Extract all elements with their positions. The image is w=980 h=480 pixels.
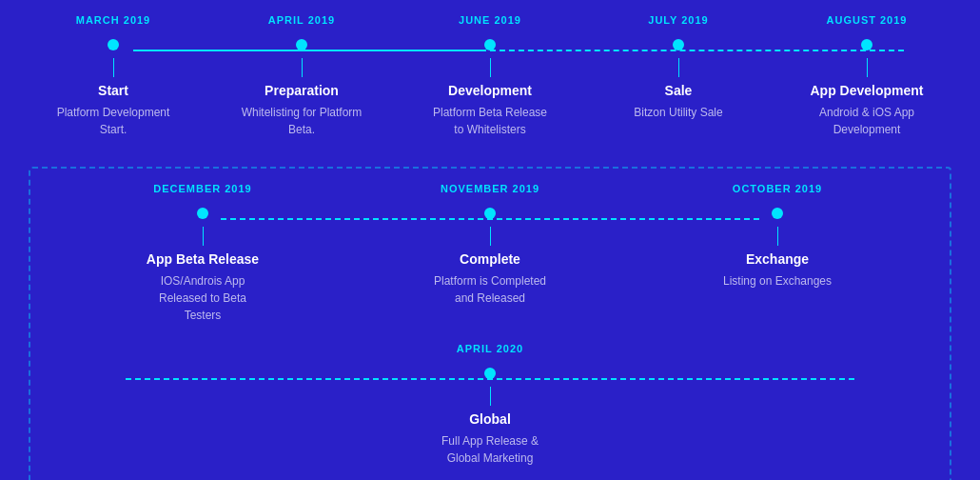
node-dot: [296, 39, 307, 50]
node-connector: [490, 387, 491, 406]
milestone-december-2019: DECEMBER 2019 App Beta Release IOS/Andro…: [108, 183, 298, 324]
date-label: APRIL 2019: [268, 14, 335, 26]
node-desc: Bitzon Utility Sale: [634, 104, 722, 121]
node-dot: [772, 208, 783, 219]
node-title: App Development: [810, 83, 923, 98]
date-label: NOVEMBER 2019: [441, 183, 539, 194]
node-title: Sale: [665, 83, 693, 98]
node-desc: Platform Beta Release to Whitelisters: [428, 104, 552, 138]
node-desc: IOS/Androis App Released to Beta Testers: [141, 272, 265, 324]
node-title: Complete: [460, 251, 520, 267]
node-connector: [113, 58, 114, 77]
rows2-3-box: DECEMBER 2019 App Beta Release IOS/Andro…: [29, 167, 951, 480]
node-connector: [490, 227, 491, 246]
milestone-june-2019: JUNE 2019 Development Platform Beta Rele…: [404, 14, 576, 138]
node-dot: [861, 39, 872, 50]
date-label: OCTOBER 2019: [733, 183, 822, 194]
date-label: MARCH 2019: [76, 14, 150, 26]
node-dot: [197, 208, 208, 219]
date-label: JUNE 2019: [459, 14, 521, 26]
node-connector: [678, 58, 679, 77]
date-label: APRIL 2020: [457, 343, 523, 354]
node-desc: Android & iOS App Development: [805, 104, 929, 138]
node-dot: [673, 39, 684, 50]
milestone-april-2020: APRIL 2020 Global Full App Release & Glo…: [395, 343, 585, 467]
node-title: Exchange: [746, 251, 809, 267]
node-desc: Platform Development Start.: [51, 104, 175, 138]
node-desc: Full App Release & Global Marketing: [428, 432, 552, 467]
node-dot: [108, 39, 119, 50]
milestone-july-2019: JULY 2019 Sale Bitzon Utility Sale: [593, 14, 764, 138]
row2: DECEMBER 2019 App Beta Release IOS/Andro…: [30, 169, 950, 333]
node-connector: [203, 227, 204, 246]
milestone-march-2019: MARCH 2019 Start Platform Development St…: [28, 14, 199, 138]
node-desc: Platform is Completed and Released: [428, 272, 552, 307]
node-title: App Beta Release: [147, 251, 259, 267]
date-label: AUGUST 2019: [827, 14, 908, 26]
milestone-april-2019: APRIL 2019 Preparation Whitelisting for …: [216, 14, 387, 138]
node-title: Start: [98, 83, 128, 98]
row1: MARCH 2019 Start Platform Development St…: [0, 14, 980, 138]
node-desc: Listing on Exchanges: [723, 272, 832, 290]
node-dot: [484, 39, 496, 50]
node-dot: [484, 368, 496, 379]
node-title: Global: [469, 411, 511, 427]
milestone-october-2019: OCTOBER 2019 Exchange Listing on Exchang…: [682, 183, 872, 324]
date-label: JULY 2019: [648, 14, 708, 26]
node-title: Preparation: [265, 83, 339, 98]
node-connector: [490, 58, 491, 77]
milestone-august-2019: AUGUST 2019 App Development Android & iO…: [781, 14, 952, 138]
row3: APRIL 2020 Global Full App Release & Glo…: [30, 333, 950, 476]
node-desc: Whitelisting for Platform Beta.: [240, 104, 363, 138]
node-connector: [302, 58, 303, 77]
node-connector: [867, 58, 868, 77]
date-label: DECEMBER 2019: [153, 183, 251, 194]
roadmap-container: MARCH 2019 Start Platform Development St…: [0, 0, 980, 480]
node-dot: [484, 208, 496, 219]
node-connector: [777, 227, 778, 246]
node-title: Development: [448, 83, 532, 98]
milestone-november-2019: NOVEMBER 2019 Complete Platform is Compl…: [395, 183, 585, 324]
